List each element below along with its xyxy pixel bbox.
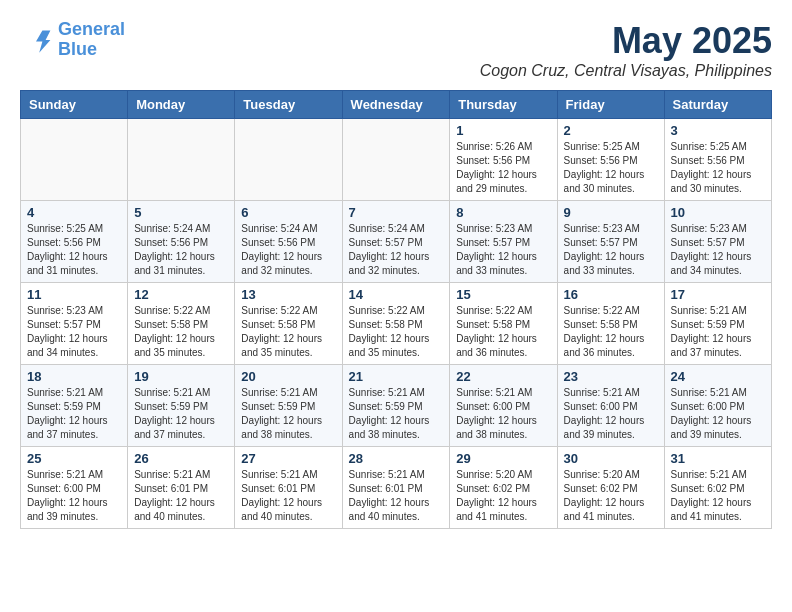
calendar-cell: 9Sunrise: 5:23 AM Sunset: 5:57 PM Daylig…	[557, 201, 664, 283]
day-info: Sunrise: 5:22 AM Sunset: 5:58 PM Dayligh…	[241, 304, 335, 360]
day-info: Sunrise: 5:22 AM Sunset: 5:58 PM Dayligh…	[456, 304, 550, 360]
calendar-cell: 25Sunrise: 5:21 AM Sunset: 6:00 PM Dayli…	[21, 447, 128, 529]
day-info: Sunrise: 5:24 AM Sunset: 5:56 PM Dayligh…	[241, 222, 335, 278]
calendar-week-3: 11Sunrise: 5:23 AM Sunset: 5:57 PM Dayli…	[21, 283, 772, 365]
calendar-cell: 23Sunrise: 5:21 AM Sunset: 6:00 PM Dayli…	[557, 365, 664, 447]
day-number: 30	[564, 451, 658, 466]
day-info: Sunrise: 5:21 AM Sunset: 5:59 PM Dayligh…	[349, 386, 444, 442]
calendar-cell: 11Sunrise: 5:23 AM Sunset: 5:57 PM Dayli…	[21, 283, 128, 365]
day-number: 9	[564, 205, 658, 220]
page-header: General Blue May 2025 Cogon Cruz, Centra…	[20, 20, 772, 80]
day-info: Sunrise: 5:23 AM Sunset: 5:57 PM Dayligh…	[564, 222, 658, 278]
day-info: Sunrise: 5:25 AM Sunset: 5:56 PM Dayligh…	[671, 140, 765, 196]
logo-line1: General	[58, 19, 125, 39]
day-number: 29	[456, 451, 550, 466]
calendar-cell: 28Sunrise: 5:21 AM Sunset: 6:01 PM Dayli…	[342, 447, 450, 529]
day-number: 6	[241, 205, 335, 220]
calendar-table: SundayMondayTuesdayWednesdayThursdayFrid…	[20, 90, 772, 529]
month-title: May 2025	[480, 20, 772, 62]
day-number: 21	[349, 369, 444, 384]
day-info: Sunrise: 5:25 AM Sunset: 5:56 PM Dayligh…	[564, 140, 658, 196]
day-info: Sunrise: 5:21 AM Sunset: 6:00 PM Dayligh…	[456, 386, 550, 442]
logo: General Blue	[20, 20, 125, 60]
logo-text: General Blue	[58, 20, 125, 60]
weekday-header-sunday: Sunday	[21, 91, 128, 119]
calendar-cell: 26Sunrise: 5:21 AM Sunset: 6:01 PM Dayli…	[128, 447, 235, 529]
day-number: 1	[456, 123, 550, 138]
day-number: 13	[241, 287, 335, 302]
calendar-cell: 8Sunrise: 5:23 AM Sunset: 5:57 PM Daylig…	[450, 201, 557, 283]
day-info: Sunrise: 5:24 AM Sunset: 5:57 PM Dayligh…	[349, 222, 444, 278]
day-number: 20	[241, 369, 335, 384]
day-info: Sunrise: 5:21 AM Sunset: 5:59 PM Dayligh…	[134, 386, 228, 442]
day-number: 16	[564, 287, 658, 302]
day-info: Sunrise: 5:22 AM Sunset: 5:58 PM Dayligh…	[134, 304, 228, 360]
calendar-cell: 5Sunrise: 5:24 AM Sunset: 5:56 PM Daylig…	[128, 201, 235, 283]
day-info: Sunrise: 5:25 AM Sunset: 5:56 PM Dayligh…	[27, 222, 121, 278]
day-number: 27	[241, 451, 335, 466]
day-number: 18	[27, 369, 121, 384]
calendar-cell: 24Sunrise: 5:21 AM Sunset: 6:00 PM Dayli…	[664, 365, 771, 447]
calendar-cell	[235, 119, 342, 201]
calendar-week-5: 25Sunrise: 5:21 AM Sunset: 6:00 PM Dayli…	[21, 447, 772, 529]
svg-marker-0	[36, 30, 50, 52]
day-number: 28	[349, 451, 444, 466]
day-number: 4	[27, 205, 121, 220]
day-info: Sunrise: 5:20 AM Sunset: 6:02 PM Dayligh…	[564, 468, 658, 524]
calendar-cell: 19Sunrise: 5:21 AM Sunset: 5:59 PM Dayli…	[128, 365, 235, 447]
calendar-cell	[128, 119, 235, 201]
calendar-cell: 29Sunrise: 5:20 AM Sunset: 6:02 PM Dayli…	[450, 447, 557, 529]
day-info: Sunrise: 5:21 AM Sunset: 5:59 PM Dayligh…	[27, 386, 121, 442]
day-number: 8	[456, 205, 550, 220]
day-info: Sunrise: 5:21 AM Sunset: 6:02 PM Dayligh…	[671, 468, 765, 524]
calendar-cell: 20Sunrise: 5:21 AM Sunset: 5:59 PM Dayli…	[235, 365, 342, 447]
day-number: 12	[134, 287, 228, 302]
day-number: 7	[349, 205, 444, 220]
day-info: Sunrise: 5:21 AM Sunset: 6:01 PM Dayligh…	[349, 468, 444, 524]
calendar-cell: 16Sunrise: 5:22 AM Sunset: 5:58 PM Dayli…	[557, 283, 664, 365]
day-number: 15	[456, 287, 550, 302]
day-info: Sunrise: 5:22 AM Sunset: 5:58 PM Dayligh…	[564, 304, 658, 360]
day-info: Sunrise: 5:23 AM Sunset: 5:57 PM Dayligh…	[671, 222, 765, 278]
logo-icon	[20, 24, 52, 56]
day-number: 25	[27, 451, 121, 466]
day-number: 24	[671, 369, 765, 384]
day-number: 11	[27, 287, 121, 302]
title-block: May 2025 Cogon Cruz, Central Visayas, Ph…	[480, 20, 772, 80]
day-info: Sunrise: 5:21 AM Sunset: 6:01 PM Dayligh…	[241, 468, 335, 524]
day-info: Sunrise: 5:26 AM Sunset: 5:56 PM Dayligh…	[456, 140, 550, 196]
weekday-header-friday: Friday	[557, 91, 664, 119]
day-number: 23	[564, 369, 658, 384]
location-title: Cogon Cruz, Central Visayas, Philippines	[480, 62, 772, 80]
calendar-cell: 6Sunrise: 5:24 AM Sunset: 5:56 PM Daylig…	[235, 201, 342, 283]
calendar-week-1: 1Sunrise: 5:26 AM Sunset: 5:56 PM Daylig…	[21, 119, 772, 201]
day-info: Sunrise: 5:21 AM Sunset: 6:00 PM Dayligh…	[564, 386, 658, 442]
day-number: 19	[134, 369, 228, 384]
day-info: Sunrise: 5:21 AM Sunset: 6:00 PM Dayligh…	[671, 386, 765, 442]
day-info: Sunrise: 5:21 AM Sunset: 5:59 PM Dayligh…	[241, 386, 335, 442]
day-number: 5	[134, 205, 228, 220]
day-number: 14	[349, 287, 444, 302]
calendar-cell: 7Sunrise: 5:24 AM Sunset: 5:57 PM Daylig…	[342, 201, 450, 283]
day-info: Sunrise: 5:21 AM Sunset: 5:59 PM Dayligh…	[671, 304, 765, 360]
calendar-cell: 4Sunrise: 5:25 AM Sunset: 5:56 PM Daylig…	[21, 201, 128, 283]
calendar-week-2: 4Sunrise: 5:25 AM Sunset: 5:56 PM Daylig…	[21, 201, 772, 283]
calendar-cell: 2Sunrise: 5:25 AM Sunset: 5:56 PM Daylig…	[557, 119, 664, 201]
day-info: Sunrise: 5:23 AM Sunset: 5:57 PM Dayligh…	[456, 222, 550, 278]
calendar-cell	[342, 119, 450, 201]
day-number: 17	[671, 287, 765, 302]
day-number: 22	[456, 369, 550, 384]
calendar-cell: 10Sunrise: 5:23 AM Sunset: 5:57 PM Dayli…	[664, 201, 771, 283]
calendar-cell: 1Sunrise: 5:26 AM Sunset: 5:56 PM Daylig…	[450, 119, 557, 201]
weekday-header-wednesday: Wednesday	[342, 91, 450, 119]
day-info: Sunrise: 5:20 AM Sunset: 6:02 PM Dayligh…	[456, 468, 550, 524]
calendar-cell: 3Sunrise: 5:25 AM Sunset: 5:56 PM Daylig…	[664, 119, 771, 201]
weekday-header-row: SundayMondayTuesdayWednesdayThursdayFrid…	[21, 91, 772, 119]
day-info: Sunrise: 5:23 AM Sunset: 5:57 PM Dayligh…	[27, 304, 121, 360]
day-info: Sunrise: 5:22 AM Sunset: 5:58 PM Dayligh…	[349, 304, 444, 360]
calendar-cell: 13Sunrise: 5:22 AM Sunset: 5:58 PM Dayli…	[235, 283, 342, 365]
calendar-cell: 31Sunrise: 5:21 AM Sunset: 6:02 PM Dayli…	[664, 447, 771, 529]
day-number: 26	[134, 451, 228, 466]
calendar-cell: 21Sunrise: 5:21 AM Sunset: 5:59 PM Dayli…	[342, 365, 450, 447]
calendar-cell: 15Sunrise: 5:22 AM Sunset: 5:58 PM Dayli…	[450, 283, 557, 365]
